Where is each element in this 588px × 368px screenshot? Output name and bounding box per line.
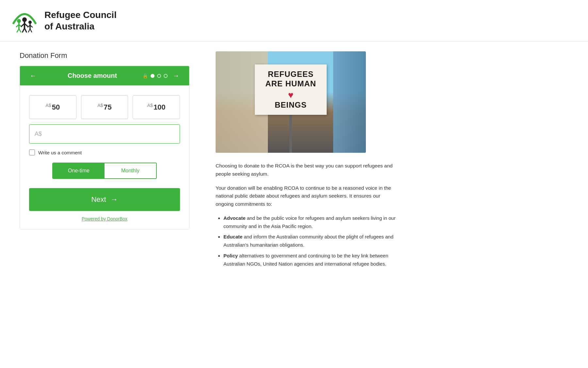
list-item: Policy alternatives to government and co… (223, 252, 399, 268)
educate-text: and inform the Australian community abou… (223, 234, 393, 248)
left-panel: Donation Form ← Choose amount 🔒 → (20, 51, 189, 271)
custom-amount-input[interactable] (29, 124, 180, 144)
comment-label[interactable]: Write us a comment (38, 150, 82, 155)
policy-bold: Policy (223, 253, 238, 258)
next-button[interactable]: Next → (29, 188, 180, 211)
site-header: Refugee Council of Australia (0, 0, 588, 42)
sign-line-1: REFUGEES (262, 70, 319, 79)
list-item: Advocate and be the public voice for ref… (223, 214, 399, 231)
description-2: Your donation will be enabling RCOA to c… (216, 184, 399, 208)
powered-by: Powered by DonorBox (29, 216, 180, 221)
protest-image-inner: REFUGEES ARE HUMAN ♥ BEINGS (216, 51, 366, 153)
next-step-button[interactable]: → (170, 71, 182, 81)
amount-buttons: A$50 A$75 A$100 (29, 95, 180, 119)
org-name: Refugee Council of Australia (44, 9, 117, 32)
advocate-text: and be the public voice for refugees and… (223, 215, 396, 229)
monthly-button[interactable]: Monthly (105, 163, 156, 178)
amount-100-button[interactable]: A$100 (133, 95, 180, 119)
step-dot-2 (157, 74, 161, 78)
sign-line-3: BEINGS (262, 100, 319, 110)
form-header: ← Choose amount 🔒 → (20, 66, 189, 85)
next-arrow-icon: → (111, 195, 118, 204)
svg-line-11 (24, 28, 26, 32)
comment-row: Write us a comment (29, 149, 180, 155)
next-button-label: Next (91, 195, 106, 204)
protest-image: REFUGEES ARE HUMAN ♥ BEINGS (216, 51, 366, 153)
sky-background: REFUGEES ARE HUMAN ♥ BEINGS (216, 51, 366, 153)
svg-line-5 (19, 29, 21, 32)
svg-line-4 (17, 29, 19, 32)
donation-form-title: Donation Form (20, 51, 189, 60)
step-dot-1 (151, 74, 155, 78)
org-logo (10, 6, 39, 35)
lock-icon: 🔒 (142, 73, 148, 79)
custom-amount-row (29, 124, 180, 144)
svg-line-17 (30, 29, 32, 32)
logo-container: Refugee Council of Australia (10, 6, 117, 35)
step-indicators: 🔒 (142, 73, 168, 79)
amount-75-button[interactable]: A$75 (81, 95, 128, 119)
description-1: Choosing to donate to the RCOA is the be… (216, 162, 399, 178)
step-dot-3 (164, 74, 168, 78)
list-item: Educate and inform the Australian commun… (223, 233, 399, 249)
protest-sign: REFUGEES ARE HUMAN ♥ BEINGS (255, 64, 327, 115)
sign-pole (289, 114, 292, 153)
commitment-list: Advocate and be the public voice for ref… (216, 214, 399, 268)
one-time-button[interactable]: One-time (53, 163, 105, 178)
sign-heart: ♥ (262, 90, 319, 100)
sign-line-2: ARE HUMAN (262, 79, 319, 89)
educate-bold: Educate (223, 234, 242, 239)
step-title: Choose amount (42, 72, 142, 79)
frequency-toggle: One-time Monthly (52, 163, 157, 179)
right-panel: REFUGEES ARE HUMAN ♥ BEINGS Choosing to … (216, 51, 399, 271)
amount-50-button[interactable]: A$50 (29, 95, 76, 119)
policy-text: alternatives to government and continuin… (223, 253, 388, 267)
form-body: A$50 A$75 A$100 Write us a commen (20, 85, 189, 229)
prev-step-button[interactable]: ← (27, 71, 39, 81)
donorbox-link[interactable]: Powered by DonorBox (82, 216, 127, 221)
building-right (333, 51, 366, 153)
svg-line-16 (28, 29, 30, 32)
form-card: ← Choose amount 🔒 → A$50 (20, 66, 189, 230)
advocate-bold: Advocate (223, 215, 246, 221)
comment-checkbox[interactable] (29, 149, 35, 155)
main-content: Donation Form ← Choose amount 🔒 → (0, 42, 457, 280)
